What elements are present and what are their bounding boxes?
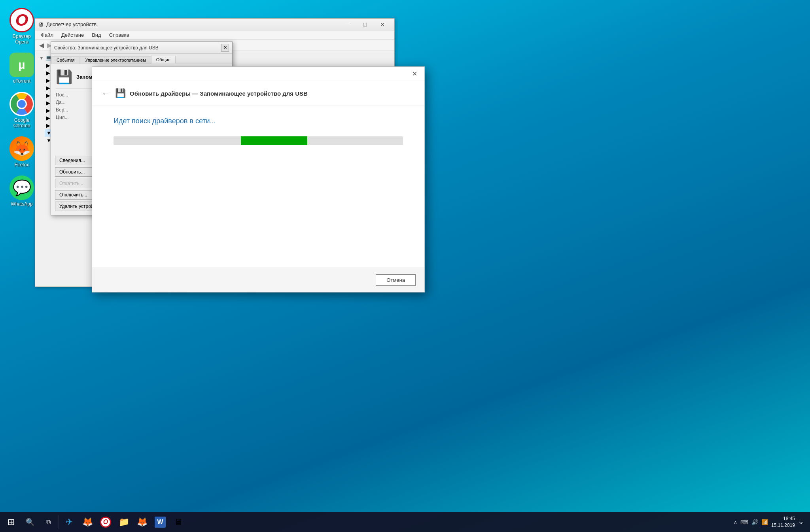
device-manager-menu: Файл Действие Вид Справка xyxy=(35,30,394,40)
searching-text: Идет поиск драйверов в сети... xyxy=(114,117,403,125)
device-manager-minimize[interactable]: — xyxy=(339,19,356,30)
utorrent-icon: µ xyxy=(9,53,34,77)
device-manager-title-icon: 🖥 xyxy=(38,21,44,28)
usb-device-icon: 💾 xyxy=(115,88,126,98)
taskbar-telegram[interactable]: ✈ xyxy=(61,513,78,531)
tab-general[interactable]: Общие xyxy=(151,56,176,64)
svg-point-2 xyxy=(18,100,26,108)
taskbar-chevron-up[interactable]: ∧ xyxy=(734,519,737,525)
properties-close[interactable]: ✕ xyxy=(221,44,229,52)
taskbar-taskview[interactable]: ⧉ xyxy=(40,513,57,531)
progress-fill xyxy=(241,136,307,145)
opera-label2: Opera xyxy=(15,39,28,45)
firefox-label: Firefox xyxy=(15,162,29,168)
taskbar-clock[interactable]: 18:45 15.11.2019 xyxy=(771,515,795,529)
tab-power[interactable]: Управление электропитанием xyxy=(80,56,151,64)
device-manager-close[interactable]: ✕ xyxy=(374,19,391,30)
firefox-icon: 🦊 xyxy=(9,136,34,161)
update-driver-footer: Отмена xyxy=(92,268,424,292)
menu-help[interactable]: Справка xyxy=(105,31,133,39)
properties-tabs: События Управление электропитанием Общие xyxy=(51,54,232,64)
taskbar-right: ∧ ⌨ 🔊 📶 18:45 15.11.2019 🗨 xyxy=(734,515,808,529)
menu-view[interactable]: Вид xyxy=(88,31,105,39)
whatsapp-icon: 💬 xyxy=(9,175,34,200)
menu-file[interactable]: Файл xyxy=(37,31,57,39)
taskbar-search[interactable]: 🔍 xyxy=(21,513,39,531)
device-manager-maximize[interactable]: □ xyxy=(356,19,374,30)
taskbar-network-icon[interactable]: 📶 xyxy=(761,519,768,525)
taskbar-volume-icon[interactable]: 🔊 xyxy=(751,519,758,525)
taskbar-firefox2[interactable]: 🦊 xyxy=(133,513,151,531)
utorrent-label: uTorrent xyxy=(13,78,30,84)
taskbar-opera[interactable]: O xyxy=(97,513,114,531)
update-driver-titlebar: ✕ xyxy=(92,67,424,81)
update-driver-body: Идет поиск драйверов в сети... xyxy=(92,106,424,155)
whatsapp-label: WhatsApp xyxy=(11,201,32,207)
taskbar-files[interactable]: 📁 xyxy=(115,513,132,531)
taskbar-keyboard-icon[interactable]: ⌨ xyxy=(740,519,748,525)
properties-titlebar: Свойства: Запоминающее устройство для US… xyxy=(51,42,232,54)
chrome-label1: Google xyxy=(14,117,30,123)
menu-action[interactable]: Действие xyxy=(57,31,88,39)
update-driver-header: ← 💾 Обновить драйверы — Запоминающее уст… xyxy=(92,81,424,106)
device-manager-controls: — □ ✕ xyxy=(339,19,391,30)
progress-track xyxy=(114,136,403,145)
cancel-button[interactable]: Отмена xyxy=(376,274,416,286)
update-driver-dialog: ✕ ← 💾 Обновить драйверы — Запоминающее у… xyxy=(92,66,425,292)
opera-label: Браузер xyxy=(13,34,31,39)
taskbar-start[interactable]: ⊞ xyxy=(2,513,21,532)
toolbar-back[interactable]: ◀ xyxy=(38,42,45,49)
properties-device-icon: 💾 xyxy=(56,69,72,85)
device-manager-titlebar: 🖥 Диспетчер устройств — □ ✕ xyxy=(35,19,394,30)
chrome-icon xyxy=(9,92,34,116)
taskbar-sep-1 xyxy=(59,515,59,529)
taskbar-device-mgr[interactable]: 🖥 xyxy=(170,513,187,531)
tab-events[interactable]: События xyxy=(51,56,79,64)
taskbar-word[interactable]: W xyxy=(151,513,169,531)
update-driver-title-text: Обновить драйверы — Запоминающее устройс… xyxy=(130,90,308,97)
taskbar: ⊞ 🔍 ⧉ ✈ 🦊 O 📁 🦊 W 🖥 ∧ ⌨ 🔊 📶 18:45 15.11.… xyxy=(0,512,810,532)
opera-icon: O xyxy=(9,8,34,32)
update-driver-back[interactable]: ← xyxy=(102,89,110,98)
update-driver-close[interactable]: ✕ xyxy=(409,68,420,80)
chrome-label2: Chrome xyxy=(13,123,30,128)
taskbar-firefox[interactable]: 🦊 xyxy=(79,513,96,531)
device-manager-title: Диспетчер устройств xyxy=(46,21,339,27)
taskbar-notification[interactable]: 🗨 xyxy=(798,519,804,525)
properties-title: Свойства: Запоминающее устройство для US… xyxy=(54,45,221,51)
